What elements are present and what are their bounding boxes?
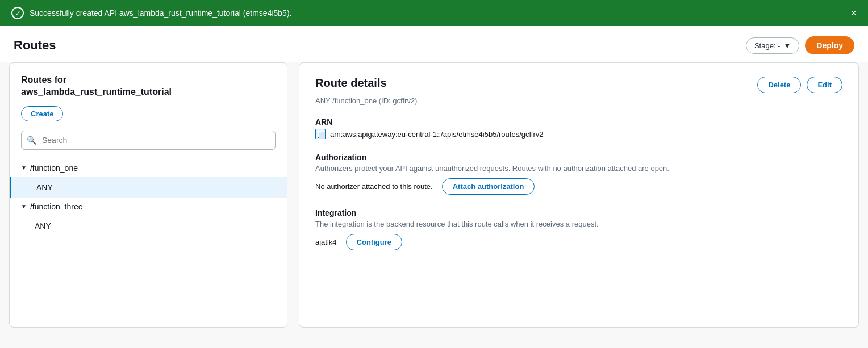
integration-section: Integration The integration is the backe… <box>315 208 842 250</box>
search-box: 🔍 <box>21 131 276 150</box>
main-header: Routes Stage: - ▼ Deploy <box>0 26 868 62</box>
details-panel: Route details Delete Edit ANY /function_… <box>299 62 859 328</box>
route-group-label-function-three[interactable]: ▼ /function_three <box>10 198 287 216</box>
authorization-description: Authorizers protect your API against una… <box>315 164 842 173</box>
content-area: Routes for aws_lambda_rust_runtime_tutor… <box>0 62 868 337</box>
expand-icon: ▼ <box>21 165 27 171</box>
route-group-function-three: ▼ /function_three ANY <box>10 198 287 236</box>
routes-panel: Routes for aws_lambda_rust_runtime_tutor… <box>9 62 287 328</box>
attach-authorization-button[interactable]: Attach authorization <box>442 178 535 195</box>
arn-value: arn:aws:apigateway:eu-central-1::/apis/e… <box>330 130 544 139</box>
delete-button[interactable]: Delete <box>757 77 801 93</box>
success-icon <box>11 7 24 19</box>
route-group-label-function-one[interactable]: ▼ /function_one <box>10 159 287 177</box>
arn-section: ARN arn:aws:apigateway:eu-central-1::/ap… <box>315 118 842 139</box>
copy-icon[interactable] <box>315 129 326 139</box>
authorization-label: Authorization <box>315 153 842 162</box>
expand-icon: ▼ <box>21 203 27 209</box>
arn-row: arn:aws:apigateway:eu-central-1::/apis/e… <box>315 129 842 139</box>
deploy-button[interactable]: Deploy <box>805 36 854 54</box>
no-auth-text: No authorizer attached to this route. <box>315 182 433 191</box>
banner-message: Successfully created API aws_lambda_rust… <box>30 9 291 18</box>
route-group-name: /function_one <box>30 163 78 173</box>
configure-button[interactable]: Configure <box>346 234 402 250</box>
route-group-function-one: ▼ /function_one ANY <box>10 159 287 198</box>
banner-close-button[interactable]: × <box>850 8 857 18</box>
create-button[interactable]: Create <box>21 106 63 121</box>
route-group-name: /function_three <box>30 202 83 211</box>
integration-row: ajatlk4 Configure <box>315 234 842 250</box>
header-actions: Stage: - ▼ Deploy <box>746 36 854 54</box>
details-header: Route details Delete Edit <box>315 77 842 93</box>
stage-button[interactable]: Stage: - ▼ <box>746 37 799 54</box>
route-item-any-function-three[interactable]: ANY <box>10 216 287 236</box>
search-icon: 🔍 <box>27 136 36 145</box>
details-actions: Delete Edit <box>757 77 842 93</box>
edit-button[interactable]: Edit <box>807 77 842 93</box>
integration-name: ajatlk4 <box>315 238 337 246</box>
route-item-any-function-one[interactable]: ANY <box>10 177 287 198</box>
routes-panel-header: Routes for aws_lambda_rust_runtime_tutor… <box>10 74 287 131</box>
integration-description: The integration is the backend resource … <box>315 220 842 228</box>
routes-panel-title: Routes for aws_lambda_rust_runtime_tutor… <box>21 74 276 98</box>
integration-label: Integration <box>315 208 842 217</box>
route-id: ANY /function_one (ID: gcffrv2) <box>315 97 842 105</box>
page-title: Routes <box>14 38 56 53</box>
success-banner: Successfully created API aws_lambda_rust… <box>0 0 868 26</box>
search-input[interactable] <box>21 131 276 150</box>
chevron-down-icon: ▼ <box>783 41 791 50</box>
authorization-section: Authorization Authorizers protect your A… <box>315 153 842 195</box>
auth-row: No authorizer attached to this route. At… <box>315 178 842 195</box>
details-title: Route details <box>315 77 387 90</box>
arn-label: ARN <box>315 118 842 127</box>
